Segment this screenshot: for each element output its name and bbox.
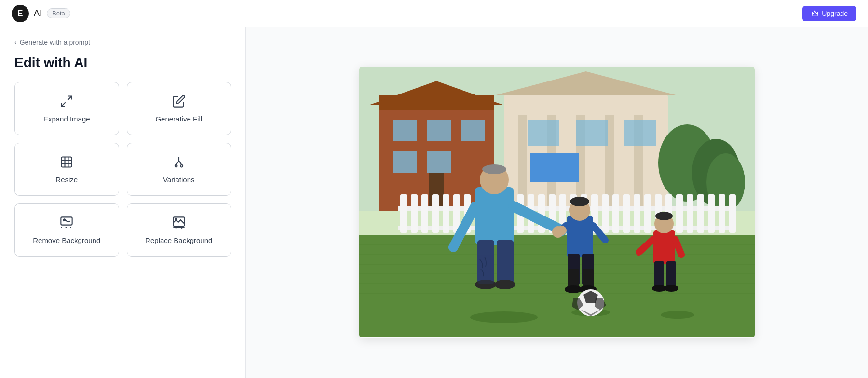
replace-background-icon: [172, 216, 186, 231]
svg-rect-29: [528, 120, 559, 146]
svg-point-105: [655, 212, 673, 220]
tool-card-remove-background[interactable]: Remove Background: [14, 203, 119, 256]
svg-point-102: [552, 226, 564, 238]
section-title: Edit with AI: [14, 55, 231, 70]
sidebar: ‹ Generate with a prompt Edit with AI Ex…: [0, 27, 246, 378]
svg-rect-16: [393, 120, 417, 141]
svg-point-4: [175, 164, 177, 167]
soccer-scene-svg: [359, 67, 755, 337]
svg-rect-96: [583, 269, 594, 288]
svg-point-82: [482, 164, 506, 174]
svg-line-1: [62, 102, 66, 106]
svg-rect-22: [504, 95, 668, 211]
svg-rect-90: [567, 216, 593, 257]
svg-point-86: [494, 280, 515, 289]
svg-rect-57: [602, 194, 609, 233]
svg-point-7: [64, 219, 66, 221]
upgrade-label: Upgrade: [822, 10, 848, 17]
svg-rect-19: [393, 151, 417, 173]
svg-rect-64: [676, 194, 683, 233]
svg-rect-80: [475, 187, 514, 245]
svg-point-92: [570, 197, 589, 206]
svg-rect-106: [654, 261, 664, 288]
svg-rect-69: [729, 194, 736, 233]
svg-rect-59: [623, 194, 630, 233]
tool-card-expand-image[interactable]: Expand Image: [14, 82, 119, 135]
resize-label: Resize: [55, 176, 78, 184]
logo-icon: E: [12, 5, 29, 22]
svg-rect-2: [62, 157, 72, 167]
back-chevron-icon: ‹: [14, 39, 17, 46]
app-header: E AI Beta Upgrade: [0, 0, 868, 27]
ai-label: AI: [34, 8, 42, 18]
svg-rect-38: [400, 194, 407, 233]
tool-card-replace-background[interactable]: Replace Background: [127, 203, 231, 256]
resize-icon: [60, 155, 73, 171]
svg-rect-39: [411, 194, 418, 233]
back-link-label: Generate with a prompt: [20, 39, 90, 46]
svg-point-9: [175, 218, 177, 220]
svg-rect-31: [624, 120, 656, 146]
svg-rect-18: [461, 120, 485, 141]
svg-point-109: [664, 285, 678, 292]
svg-rect-103: [653, 230, 675, 264]
replace-background-label: Replace Background: [145, 236, 212, 244]
remove-background-icon: [60, 216, 73, 231]
tool-card-generative-fill[interactable]: Generative Fill: [127, 82, 231, 135]
content-area: [246, 27, 868, 378]
crown-icon: [811, 10, 819, 17]
expand-image-icon: [60, 94, 73, 110]
svg-rect-40: [421, 194, 428, 233]
tool-card-resize[interactable]: Resize: [14, 143, 119, 196]
svg-rect-84: [497, 240, 514, 284]
svg-rect-61: [644, 194, 651, 233]
beta-badge: Beta: [47, 8, 70, 18]
svg-point-79: [661, 311, 694, 319]
svg-rect-58: [612, 194, 619, 233]
svg-point-77: [470, 311, 538, 323]
remove-background-label: Remove Background: [33, 236, 100, 244]
svg-rect-70: [359, 235, 755, 337]
tool-card-variations[interactable]: Variations: [127, 143, 231, 196]
back-link[interactable]: ‹ Generate with a prompt: [14, 39, 231, 46]
svg-rect-60: [634, 194, 640, 233]
generative-fill-label: Generative Fill: [155, 115, 202, 123]
variations-icon: [172, 155, 186, 171]
expand-image-label: Expand Image: [43, 115, 90, 123]
svg-rect-89: [478, 255, 494, 284]
svg-rect-32: [530, 153, 579, 182]
header-left: E AI Beta: [12, 5, 70, 22]
svg-point-5: [180, 164, 183, 167]
svg-rect-41: [432, 194, 439, 233]
tools-grid: Expand Image Generative Fill: [14, 82, 231, 256]
svg-rect-95: [568, 269, 579, 288]
svg-rect-65: [687, 194, 693, 233]
svg-rect-66: [697, 194, 704, 233]
main-container: ‹ Generate with a prompt Edit with AI Ex…: [0, 27, 868, 378]
generative-fill-icon: [172, 94, 186, 110]
svg-rect-17: [427, 120, 451, 141]
main-image: [359, 67, 755, 338]
svg-rect-68: [719, 194, 725, 233]
svg-rect-67: [708, 194, 715, 233]
svg-rect-30: [576, 120, 608, 146]
svg-line-0: [68, 96, 72, 100]
svg-rect-20: [427, 151, 451, 173]
variations-label: Variations: [163, 176, 195, 184]
upgrade-button[interactable]: Upgrade: [802, 6, 856, 21]
svg-rect-42: [443, 194, 449, 233]
svg-rect-107: [666, 261, 676, 288]
